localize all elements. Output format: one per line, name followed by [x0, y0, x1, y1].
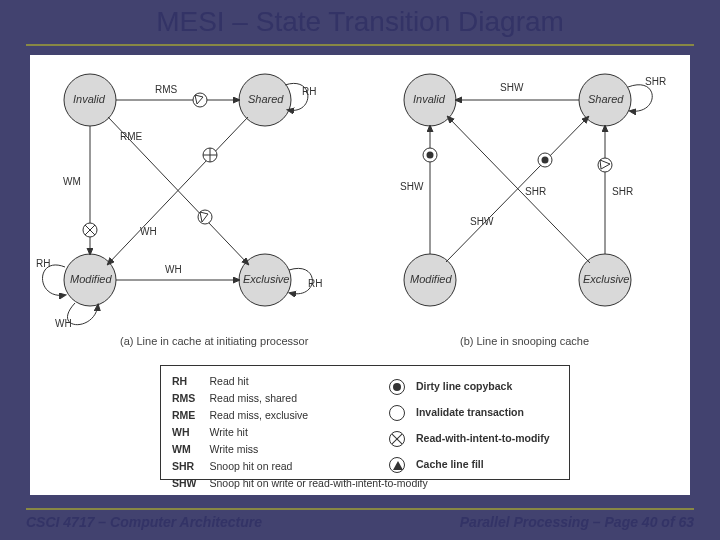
invalidate-icon: [389, 405, 405, 421]
diagram-panel: Invalid Shared Modified Exclusive RMS RH…: [30, 55, 690, 495]
footer-right: Parallel Processing – Page 40 of 63: [460, 514, 694, 530]
diagram-b: Invalid Shared Modified Exclusive SHW SH…: [400, 74, 666, 306]
caption-b: (b) Line in snooping cache: [460, 335, 589, 347]
diagram-a: Invalid Shared Modified Exclusive RMS RH…: [36, 74, 322, 329]
title-divider: [26, 44, 694, 46]
page-title: MESI – State Transition Diagram: [0, 6, 720, 38]
label-shared: Shared: [248, 93, 284, 105]
sh-inv-label: SHW: [500, 82, 524, 93]
exc-rh-label: RH: [308, 278, 322, 289]
label-exclusive: Exclusive: [243, 273, 289, 285]
cache-fill-icon: [389, 457, 405, 473]
mod-sh-label: SHR: [525, 186, 546, 197]
mod-exc-label: WH: [165, 264, 182, 275]
legend-right: Dirty line copyback Invalidate transacti…: [386, 372, 560, 478]
label-modified: Modified: [70, 273, 112, 285]
legend-box: RHRead hit RMSRead miss, shared RMERead …: [160, 365, 570, 480]
label-invalid: Invalid: [73, 93, 106, 105]
exc-inv-label: SHW: [470, 216, 494, 227]
sh-shr-label: SHR: [645, 76, 666, 87]
svg-text:Invalid: Invalid: [413, 93, 446, 105]
svg-text:Modified: Modified: [410, 273, 452, 285]
svg-text:Shared: Shared: [588, 93, 624, 105]
exc-sh-label: SHR: [612, 186, 633, 197]
sh-sh-label: RH: [302, 86, 316, 97]
edge-mod-sh: [446, 117, 588, 262]
edge-exc-inv: [448, 117, 590, 263]
mod-rh-label: RH: [36, 258, 50, 269]
sh-mod-label: WH: [140, 226, 157, 237]
edge-sh-shr: [628, 85, 652, 112]
svg-text:Exclusive: Exclusive: [583, 273, 629, 285]
caption-a: (a) Line in cache at initiating processo…: [120, 335, 308, 347]
dirty-copyback-icon: [389, 379, 405, 395]
footer-left: CSCI 4717 – Computer Architecture: [26, 514, 262, 530]
mod-inv-label: SHW: [400, 181, 424, 192]
rwim-icon: [389, 431, 405, 447]
inv-mod-label: WM: [63, 176, 81, 187]
svg-point-20: [427, 152, 434, 159]
inv-exc-label: RME: [120, 131, 143, 142]
edge-mod-rh: [43, 265, 66, 295]
svg-point-18: [542, 157, 549, 164]
footer-divider: [26, 508, 694, 510]
inv-sh-label: RMS: [155, 84, 178, 95]
mod-wh-label: WH: [55, 318, 72, 329]
footer: CSCI 4717 – Computer Architecture Parall…: [0, 508, 720, 540]
